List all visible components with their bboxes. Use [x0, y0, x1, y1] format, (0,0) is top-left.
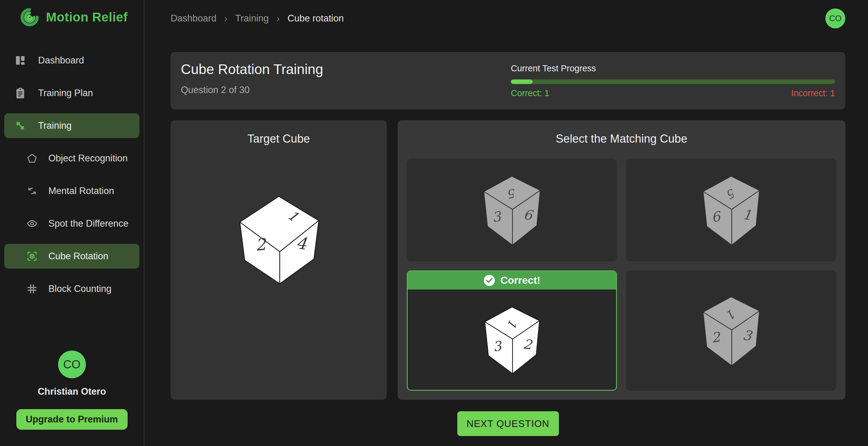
breadcrumb-dashboard[interactable]: Dashboard [170, 13, 217, 24]
sidebar-avatar[interactable]: CO [58, 350, 86, 378]
correct-cube-body: 132 [408, 289, 616, 390]
topbar: Dashboard›Training›Cube rotation CO [170, 0, 845, 37]
cube-graphic: 124 [234, 192, 324, 286]
progress-bar-track [511, 79, 835, 84]
target-cube: 124 [234, 145, 324, 400]
topbar-avatar[interactable]: CO [825, 8, 845, 28]
sidebar-item-label: Block Counting [49, 283, 112, 294]
sidebar-item-label: Mental Rotation [49, 185, 114, 197]
breadcrumb-cube-rotation: Cube rotation [288, 13, 344, 24]
cube-graphic: 123 [697, 294, 765, 368]
brand-name: Motion Relief [46, 10, 128, 25]
cube-option-3-correct[interactable]: Correct!132 [407, 270, 617, 391]
breadcrumb-separator-icon: › [224, 13, 227, 24]
eye-icon [27, 218, 37, 229]
rotate-icon [27, 185, 37, 197]
panels-row: Target Cube 124 Select the Matching Cube… [170, 120, 845, 400]
next-question-button[interactable]: NEXT QUESTION [457, 411, 559, 436]
sidebar-item-label: Cube Rotation [49, 251, 108, 262]
sidebar-user-name: Christian Otero [38, 386, 106, 397]
sidebar-item-label: Dashboard [38, 55, 84, 66]
progress-stats: Correct: 1 Incorrect: 1 [511, 88, 835, 98]
target-cube-panel: Target Cube 124 [170, 120, 387, 400]
incorrect-count: Incorrect: 1 [791, 88, 835, 98]
brand-logo[interactable]: Motion Relief [0, 5, 144, 29]
options-grid: 536561Correct!132123 [407, 159, 836, 391]
sidebar-item-object-recognition[interactable]: Object Recognition [4, 146, 140, 171]
progress-block: Current Test Progress Correct: 1 Incorre… [511, 61, 835, 100]
sidebar-item-training[interactable]: Training [4, 113, 140, 138]
page-title: Cube Rotation Training [181, 61, 323, 77]
cube-graphic: 132 [479, 304, 545, 376]
clipboard-icon [14, 87, 26, 99]
sidebar-item-mental-rotation[interactable]: Mental Rotation [4, 179, 140, 203]
sidebar-item-label: Training Plan [38, 88, 93, 99]
sidebar: Motion Relief DashboardTraining PlanTrai… [0, 0, 145, 446]
brand-spiral-icon [20, 8, 39, 27]
check-circle-icon [483, 274, 495, 286]
cube-graphic: 561 [697, 173, 765, 247]
breadcrumb-training[interactable]: Training [235, 13, 269, 24]
cube-option-1[interactable]: 536 [407, 159, 617, 262]
sidebar-item-dashboard[interactable]: Dashboard [4, 48, 140, 73]
progress-label: Current Test Progress [511, 64, 835, 73]
sidebar-nav: DashboardTraining PlanTrainingObject Rec… [0, 44, 144, 305]
cube-scan-icon [27, 251, 37, 262]
correct-banner-label: Correct! [500, 274, 540, 286]
sidebar-item-label: Training [38, 120, 72, 131]
sidebar-avatar-initials: CO [63, 358, 81, 371]
pentagon-icon [27, 153, 37, 164]
options-panel-title: Select the Matching Cube [398, 132, 845, 145]
next-button-row: NEXT QUESTION [170, 411, 845, 436]
grid-icon [27, 283, 37, 294]
breadcrumb: Dashboard›Training›Cube rotation [170, 13, 344, 24]
correct-count: Correct: 1 [511, 88, 549, 98]
main-area: Dashboard›Training›Cube rotation CO Cube… [145, 0, 868, 446]
sidebar-item-cube-rotation[interactable]: Cube Rotation [4, 244, 140, 269]
cube-option-2[interactable]: 561 [626, 159, 836, 262]
sidebar-user-block: CO Christian Otero Upgrade to Premium [0, 350, 144, 430]
training-header-left: Cube Rotation Training Question 2 of 30 [181, 61, 323, 100]
sidebar-item-block-counting[interactable]: Block Counting [4, 276, 140, 301]
training-header-card: Cube Rotation Training Question 2 of 30 … [170, 52, 845, 109]
question-counter: Question 2 of 30 [181, 84, 323, 96]
progress-bar-fill [511, 79, 533, 84]
breadcrumb-separator-icon: › [277, 13, 280, 24]
target-panel-title: Target Cube [247, 132, 310, 145]
sidebar-item-label: Spot the Difference [49, 218, 128, 229]
correct-banner: Correct! [408, 271, 616, 289]
upgrade-premium-button[interactable]: Upgrade to Premium [16, 409, 128, 430]
sidebar-item-spot-the-difference[interactable]: Spot the Difference [4, 211, 140, 236]
cube-option-4[interactable]: 123 [626, 270, 836, 391]
cube-graphic: 536 [478, 173, 546, 247]
dashboard-icon [14, 55, 26, 66]
sidebar-item-training-plan[interactable]: Training Plan [4, 81, 140, 105]
sidebar-item-label: Object Recognition [49, 153, 128, 164]
options-panel: Select the Matching Cube 536561Correct!1… [398, 120, 845, 400]
dumbbell-icon [14, 120, 26, 131]
topbar-avatar-initials: CO [829, 14, 842, 23]
